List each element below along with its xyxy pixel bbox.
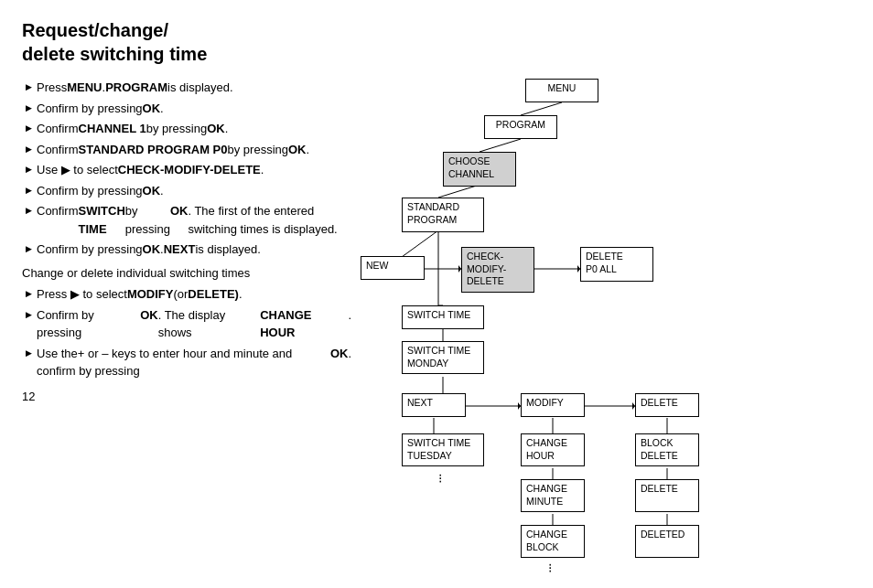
diagram-arrows [351,79,846,588]
instruction-4: Confirm STANDARD PROGRAM P0 by pressing … [22,141,351,159]
instruction-11: Use the+ or – keys to enter hour and min… [22,345,351,380]
box-next: NEXT [402,393,466,417]
instructions-column: Press MENU. PROGRAM is displayed. Confir… [22,79,351,588]
box-change-block: CHANGEBLOCK [521,525,585,558]
instruction-7: Confirm SWITCH TIME by pressing OK. The … [22,202,351,238]
page-number: 12 [22,390,351,403]
svg-line-2 [438,185,480,198]
box-delete-top: DELETE [635,393,699,417]
box-choose-channel: CHOOSECHANNEL [443,152,516,187]
box-menu: MENU [525,79,598,102]
instruction-5: Use ▶ to select CHECK-MODIFY-DELETE. [22,161,351,179]
dots-tuesday: ⁝ [438,472,442,485]
diagram: MENU PROGRAM CHOOSECHANNEL STANDARDPROGR… [351,79,846,588]
box-change-hour: CHANGEHOUR [521,433,585,466]
box-switch-time-monday: SWITCH TIMEMONDAY [402,341,484,374]
instruction-1: Press MENU. PROGRAM is displayed. [22,79,351,97]
box-new: NEW [361,256,425,280]
box-delete-p0-all: DELETEP0 ALL [580,247,653,282]
instruction-6: Confirm by pressing OK. [22,182,351,200]
instruction-3: Confirm CHANNEL 1 by pressing OK. [22,120,351,138]
box-check-modify-delete: CHECK-MODIFY-DELETE [461,247,534,293]
instruction-10: Confirm by pressing OK. The display show… [22,306,351,342]
box-modify: MODIFY [521,393,585,417]
page-title: Request/change/ delete switching time [22,18,851,66]
box-program: PROGRAM [484,115,557,139]
svg-line-3 [402,230,438,257]
box-switch-time-tuesday: SWITCH TIMETUESDAY [402,433,484,466]
diagram-column: MENU PROGRAM CHOOSECHANNEL STANDARDPROGR… [351,79,851,588]
svg-line-1 [480,139,521,152]
box-switch-time: SWITCH TIME [402,305,484,329]
box-block-delete: BLOCKDELETE [635,433,699,466]
instruction-2: Confirm by pressing OK. [22,100,351,118]
instruction-9: Press ▶ to select MODIFY (or DELETE). [22,285,351,304]
bullet-list-1: Press MENU. PROGRAM is displayed. Confir… [22,79,351,259]
box-delete-mid: DELETE [635,479,699,512]
box-standard-program: STANDARDPROGRAM [402,198,484,232]
section-label: Change or delete individual switching ti… [22,264,351,283]
svg-line-0 [521,102,562,115]
box-deleted: DELETED [635,525,699,558]
box-change-minute: CHANGEMINUTE [521,479,585,512]
dots-changeblock: ⁝ [548,561,552,574]
instruction-8: Confirm by pressing OK. NEXT is displaye… [22,241,351,259]
bullet-list-2: Press ▶ to select MODIFY (or DELETE). Co… [22,285,351,380]
